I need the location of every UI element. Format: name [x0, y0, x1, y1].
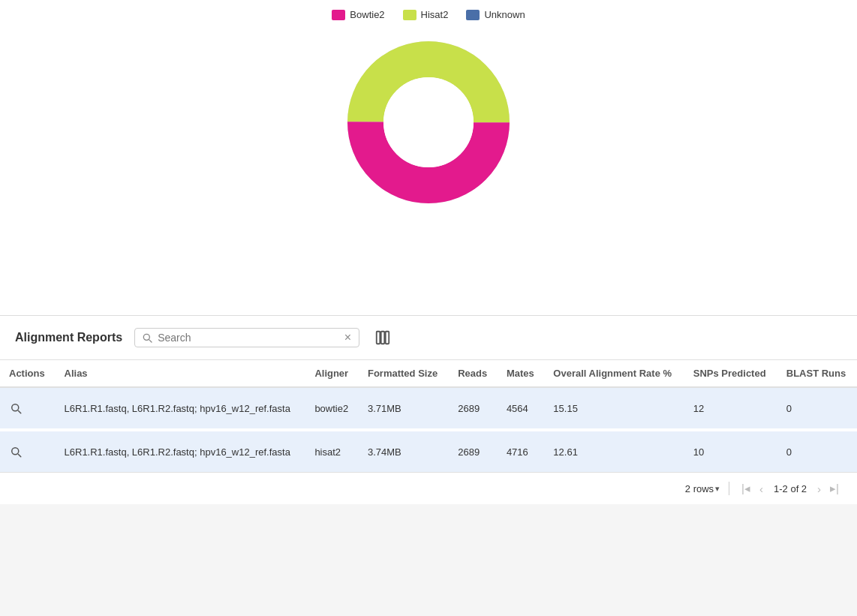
table-row: L6R1.R1.fastq, L6R1.R2.fastq; hpv16_w12_… [0, 430, 857, 472]
row-0-aligner: bowtie2 [305, 387, 359, 430]
table-wrapper: Actions Alias Aligner Formatted Size Rea… [0, 360, 857, 472]
svg-rect-5 [381, 332, 385, 344]
svg-rect-4 [377, 332, 380, 344]
alignment-table: Actions Alias Aligner Formatted Size Rea… [0, 360, 857, 472]
row-1-reads: 2689 [449, 430, 498, 472]
row-search-icon [9, 401, 23, 415]
col-header-reads: Reads [449, 360, 498, 387]
columns-toggle-button[interactable] [371, 326, 394, 349]
legend-bowtie2: Bowtie2 [332, 9, 384, 20]
legend-hisat2: Hisat2 [403, 9, 449, 20]
pagination-divider [729, 482, 729, 495]
legend-hisat2-label: Hisat2 [421, 9, 449, 20]
table-row: L6R1.R1.fastq, L6R1.R2.fastq; hpv16_w12_… [0, 387, 857, 430]
next-page-button[interactable]: › [814, 481, 824, 497]
legend-unknown-color [466, 10, 480, 20]
search-icon [141, 332, 153, 344]
row-0-snps_predicted: 12 [684, 387, 777, 430]
svg-point-3 [383, 77, 474, 167]
row-1-snps_predicted: 10 [684, 430, 777, 472]
row-1-mates: 4716 [498, 430, 544, 472]
search-input[interactable] [158, 332, 343, 344]
reports-title: Alignment Reports [15, 331, 122, 344]
donut-chart [338, 32, 519, 212]
row-1-actions [0, 430, 56, 472]
reports-header: Alignment Reports × [0, 316, 857, 360]
row-search-icon [9, 445, 23, 458]
col-header-overall-alignment-rate: Overall Alignment Rate % [544, 360, 684, 387]
legend-unknown: Unknown [466, 9, 525, 20]
legend-hisat2-color [403, 10, 416, 20]
col-header-aligner: Aligner [305, 360, 359, 387]
row-1-blast_runs: 0 [777, 430, 857, 472]
donut-svg [338, 32, 519, 212]
rows-count-label: 2 rows [685, 483, 714, 494]
first-page-button[interactable]: |◂ [738, 480, 753, 497]
col-header-alias: Alias [56, 360, 306, 387]
row-0-actions [0, 387, 56, 430]
rows-selector: 2 rows ▾ [685, 483, 720, 494]
col-header-formatted-size: Formatted Size [359, 360, 449, 387]
chart-legend: Bowtie2 Hisat2 Unknown [332, 9, 525, 20]
legend-unknown-label: Unknown [484, 9, 525, 20]
row-0-reads: 2689 [449, 387, 498, 430]
row-action-search-button[interactable] [9, 445, 23, 458]
last-page-button[interactable]: ▸| [827, 480, 842, 497]
row-1-aligner: hisat2 [305, 430, 359, 472]
row-1-formatted_size: 3.74MB [359, 430, 449, 472]
chevron-down-icon: ▾ [715, 484, 720, 494]
col-header-actions: Actions [0, 360, 56, 387]
col-header-snps-predicted: SNPs Predicted [684, 360, 777, 387]
chart-area: Bowtie2 Hisat2 Unknown [0, 0, 857, 315]
prev-page-button[interactable]: ‹ [756, 481, 766, 497]
row-0-alias: L6R1.R1.fastq, L6R1.R2.fastq; hpv16_w12_… [56, 387, 306, 430]
search-container: × [134, 328, 359, 347]
row-action-search-button[interactable] [9, 401, 23, 415]
row-1-alias: L6R1.R1.fastq, L6R1.R2.fastq; hpv16_w12_… [56, 430, 306, 472]
search-clear-button[interactable]: × [343, 332, 353, 344]
pagination-nav: |◂ ‹ 1-2 of 2 › ▸| [738, 480, 842, 497]
alignment-reports-section: Alignment Reports × Actions [0, 315, 857, 504]
page-info: 1-2 of 2 [774, 483, 807, 494]
legend-bowtie2-color [332, 10, 345, 20]
col-header-mates: Mates [498, 360, 544, 387]
col-header-blast-runs: BLAST Runs [777, 360, 857, 387]
row-0-blast_runs: 0 [777, 387, 857, 430]
row-0-formatted_size: 3.71MB [359, 387, 449, 430]
rows-per-page-button[interactable]: 2 rows ▾ [685, 483, 720, 494]
row-0-overall_alignment_rate: 15.15 [544, 387, 684, 430]
row-1-overall_alignment_rate: 12.61 [544, 430, 684, 472]
svg-rect-6 [386, 332, 389, 344]
row-0-mates: 4564 [498, 387, 544, 430]
table-header-row: Actions Alias Aligner Formatted Size Rea… [0, 360, 857, 387]
legend-bowtie2-label: Bowtie2 [350, 9, 384, 20]
pagination-bar: 2 rows ▾ |◂ ‹ 1-2 of 2 › ▸| [0, 472, 857, 504]
columns-icon [374, 329, 391, 346]
